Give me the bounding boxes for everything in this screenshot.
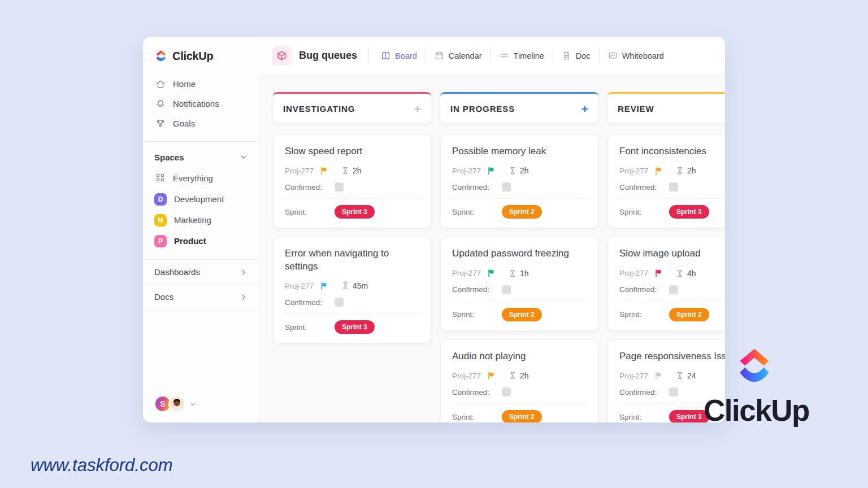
column-name: INVESTIGATING — [283, 104, 355, 114]
column-in-progress: IN PROGRESS + Possible memory leak Proj-… — [440, 92, 598, 422]
calendar-icon — [435, 51, 444, 60]
space-label: Everything — [173, 173, 213, 183]
sidebar-item-docs[interactable]: Docs — [143, 284, 259, 309]
add-task-button[interactable]: + — [414, 103, 421, 115]
confirmed-checkbox[interactable] — [669, 182, 678, 191]
grid-icon — [154, 173, 166, 184]
column-header: IN PROGRESS + — [440, 92, 598, 123]
confirmed-checkbox[interactable] — [335, 182, 344, 191]
spaces-list: Everything D Development M Marketing P P… — [143, 165, 259, 251]
sprint-badge[interactable]: Sprint 2 — [669, 308, 709, 321]
sidebar-item-marketing[interactable]: M Marketing — [150, 210, 252, 230]
hourglass-icon — [509, 167, 517, 175]
space-badge: D — [154, 193, 167, 206]
task-meta: Proj-277 2h — [452, 371, 587, 380]
task-id: Proj-277 — [452, 167, 481, 175]
sprint-badge[interactable]: Sprint 2 — [502, 308, 542, 321]
sidebar-nav: Home Notifications Goals — [143, 74, 259, 133]
space-label: Development — [174, 194, 224, 204]
confirmed-label: Confirmed: — [285, 183, 335, 191]
clickup-logo-text: ClickUp — [172, 50, 213, 63]
chevron-down-icon — [240, 153, 248, 161]
confirmed-label: Confirmed: — [452, 285, 502, 294]
user-account-area[interactable]: S — [143, 395, 259, 422]
priority-flag-icon[interactable] — [487, 269, 496, 277]
confirmed-checkbox[interactable] — [335, 298, 344, 307]
sprint-label: Sprint: — [619, 413, 669, 421]
priority-flag-icon[interactable] — [320, 167, 328, 175]
sprint-badge[interactable]: Sprint 2 — [502, 205, 542, 219]
chevron-right-icon — [240, 293, 248, 301]
task-card[interactable]: Possible memory leak Proj-277 2h — [440, 134, 598, 228]
priority-flag-icon[interactable] — [320, 282, 328, 290]
sidebar: ClickUp Home Notifications — [143, 37, 259, 422]
sidebar-item-label: Home — [173, 79, 196, 89]
sidebar-item-notifications[interactable]: Notifications — [150, 94, 252, 114]
confirmed-checkbox[interactable] — [502, 182, 511, 191]
sidebar-item-home[interactable]: Home — [150, 74, 252, 94]
user-avatar[interactable] — [168, 395, 185, 412]
task-card[interactable]: Audio not playing Proj-277 2h — [440, 339, 598, 422]
page-background: ClickUp Home Notifications — [0, 0, 868, 488]
confirmed-label: Confirmed: — [452, 388, 502, 396]
tab-whiteboard[interactable]: Whiteboard — [600, 37, 672, 75]
sidebar-divider — [143, 141, 259, 142]
task-card[interactable]: Error when navigating to settings Proj-2… — [273, 237, 431, 343]
column-review: REVIEW + Font inconsistencies Proj-277 — [607, 92, 725, 422]
confirmed-checkbox[interactable] — [669, 387, 678, 396]
task-card[interactable]: Slow speed report Proj-277 2h — [273, 134, 431, 228]
column-header: INVESTIGATING + — [273, 92, 431, 123]
task-meta: Proj-277 4h — [619, 269, 725, 278]
confirmed-checkbox[interactable] — [502, 387, 511, 396]
sprint-badge[interactable]: Sprint 3 — [669, 205, 709, 219]
tab-calendar[interactable]: Calendar — [426, 37, 491, 75]
priority-flag-icon[interactable] — [654, 372, 663, 380]
sidebar-item-dashboards[interactable]: Dashboards — [143, 259, 259, 284]
priority-flag-icon[interactable] — [654, 167, 663, 175]
sprint-field: Sprint: Sprint 3 — [285, 198, 419, 219]
add-task-button[interactable]: + — [581, 103, 588, 115]
board-icon — [381, 51, 390, 60]
bell-icon — [155, 99, 166, 109]
clickup-brand-wordmark: ClickUp — [704, 393, 809, 428]
sprint-badge[interactable]: Sprint 3 — [335, 320, 375, 334]
column-header: REVIEW + — [607, 92, 725, 123]
confirmed-checkbox[interactable] — [669, 285, 678, 294]
priority-flag-icon[interactable] — [487, 372, 496, 380]
whiteboard-icon — [608, 51, 618, 60]
confirmed-field: Confirmed: — [619, 182, 725, 191]
sprint-field: Sprint: Sprint 2 — [452, 198, 587, 219]
task-title: Slow speed report — [285, 145, 419, 158]
tab-board[interactable]: Board — [372, 37, 426, 75]
spaces-section-header[interactable]: Spaces — [154, 149, 248, 165]
confirmed-checkbox[interactable] — [502, 285, 511, 294]
sprint-badge[interactable]: Sprint 3 — [335, 205, 375, 219]
chevron-down-icon[interactable] — [190, 401, 196, 407]
task-card[interactable]: Updated password freezing Proj-277 1h — [440, 237, 598, 330]
sidebar-item-development[interactable]: D Development — [150, 189, 252, 210]
hourglass-icon — [509, 372, 517, 380]
confirmed-field: Confirmed: — [285, 298, 419, 307]
confirmed-label: Confirmed: — [285, 298, 335, 307]
priority-flag-icon[interactable] — [654, 269, 663, 277]
sidebar-item-product[interactable]: P Product — [150, 230, 252, 251]
task-card[interactable]: Font inconsistencies Proj-277 2h — [607, 134, 725, 228]
tab-timeline[interactable]: Timeline — [491, 37, 553, 75]
task-id: Proj-277 — [285, 167, 314, 175]
sidebar-item-goals[interactable]: Goals — [150, 114, 252, 133]
sprint-field: Sprint: Sprint 3 — [285, 313, 419, 334]
sprint-badge[interactable]: Sprint 2 — [502, 410, 542, 422]
task-card[interactable]: Slow image upload Proj-277 4h — [607, 237, 725, 330]
priority-flag-icon[interactable] — [487, 167, 496, 175]
sidebar-link-label: Docs — [154, 292, 173, 302]
confirmed-label: Confirmed: — [619, 285, 669, 294]
chevron-right-icon — [240, 268, 248, 276]
tab-label: Calendar — [449, 51, 482, 60]
confirmed-field: Confirmed: — [452, 387, 587, 396]
clickup-logo[interactable]: ClickUp — [143, 37, 259, 63]
tab-doc[interactable]: Doc — [553, 37, 599, 75]
task-meta: Proj-277 45m — [285, 281, 419, 290]
task-title: Audio not playing — [452, 350, 587, 363]
sidebar-item-everything[interactable]: Everything — [150, 168, 252, 189]
sprint-label: Sprint: — [619, 310, 669, 319]
